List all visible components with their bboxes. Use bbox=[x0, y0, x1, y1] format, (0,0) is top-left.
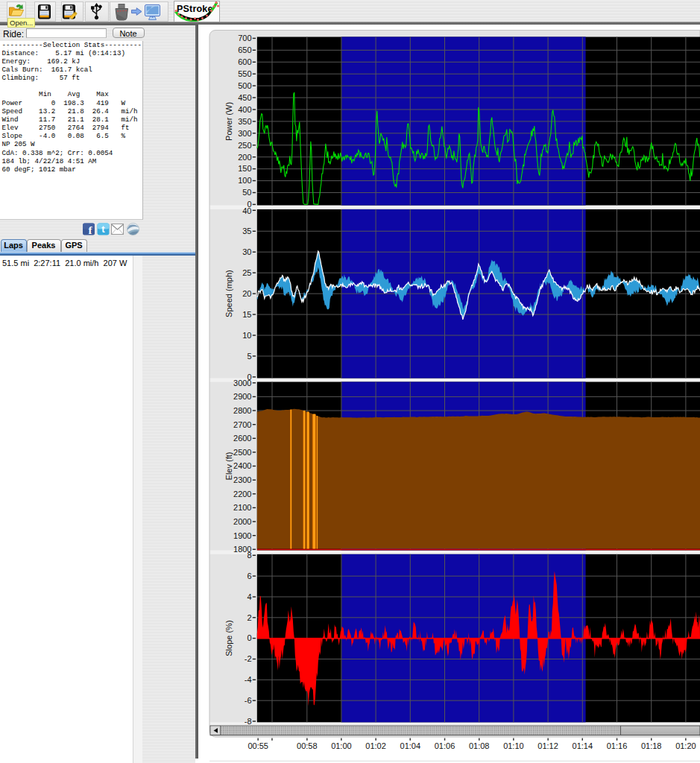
svg-text:2300: 2300 bbox=[233, 475, 251, 484]
svg-text:450: 450 bbox=[238, 93, 251, 102]
svg-text:15: 15 bbox=[242, 310, 251, 319]
svg-text:01:00: 01:00 bbox=[331, 741, 352, 750]
svg-text:2: 2 bbox=[247, 613, 251, 622]
svg-text:-6: -6 bbox=[245, 696, 252, 705]
svg-text:2800: 2800 bbox=[233, 406, 251, 415]
svg-text:-2: -2 bbox=[245, 654, 252, 663]
svg-text:Speed (mph): Speed (mph) bbox=[224, 270, 233, 317]
svg-text:350: 350 bbox=[238, 117, 251, 126]
svg-text:00:58: 00:58 bbox=[297, 741, 318, 750]
svg-text:2600: 2600 bbox=[233, 434, 251, 443]
svg-text:0: 0 bbox=[247, 633, 251, 642]
svg-text:01:06: 01:06 bbox=[435, 741, 455, 750]
svg-text:2000: 2000 bbox=[233, 517, 251, 526]
svg-text:250: 250 bbox=[238, 141, 251, 150]
svg-text:8: 8 bbox=[247, 551, 251, 560]
svg-text:35: 35 bbox=[242, 227, 251, 235]
svg-text:01:12: 01:12 bbox=[537, 741, 558, 750]
svg-text:600: 600 bbox=[238, 57, 251, 66]
svg-text:01:16: 01:16 bbox=[607, 741, 628, 750]
svg-text:400: 400 bbox=[238, 105, 251, 114]
svg-text:01:18: 01:18 bbox=[641, 741, 662, 750]
svg-text:20: 20 bbox=[242, 289, 251, 298]
svg-text:01:14: 01:14 bbox=[573, 741, 593, 750]
svg-text:t: t bbox=[101, 224, 105, 235]
svg-text:01:20: 01:20 bbox=[675, 741, 696, 750]
svg-text:-8: -8 bbox=[245, 717, 252, 726]
svg-text:Slope (%): Slope (%) bbox=[224, 620, 233, 656]
svg-text:01:04: 01:04 bbox=[400, 741, 421, 750]
svg-text:300: 300 bbox=[238, 129, 251, 138]
svg-text:200: 200 bbox=[238, 153, 251, 162]
svg-text:10: 10 bbox=[242, 331, 251, 340]
svg-text:550: 550 bbox=[238, 69, 251, 78]
svg-text:4: 4 bbox=[247, 592, 251, 601]
svg-text:2500: 2500 bbox=[233, 448, 251, 457]
svg-text:650: 650 bbox=[238, 45, 251, 54]
svg-text:100: 100 bbox=[238, 176, 251, 185]
svg-text:5: 5 bbox=[247, 352, 251, 361]
svg-text:50: 50 bbox=[242, 188, 251, 197]
svg-text:3000: 3000 bbox=[233, 379, 251, 387]
svg-text:2700: 2700 bbox=[233, 420, 251, 429]
svg-text:-4: -4 bbox=[245, 675, 252, 684]
svg-text:01:08: 01:08 bbox=[469, 741, 490, 750]
svg-text:01:02: 01:02 bbox=[365, 741, 386, 750]
svg-text:00:55: 00:55 bbox=[247, 741, 268, 750]
svg-text:Elev (ft): Elev (ft) bbox=[224, 452, 233, 481]
svg-text:500: 500 bbox=[238, 81, 251, 90]
svg-text:25: 25 bbox=[242, 268, 251, 277]
svg-text:700: 700 bbox=[238, 34, 251, 42]
svg-text:150: 150 bbox=[238, 164, 251, 173]
svg-text:2100: 2100 bbox=[233, 503, 251, 512]
svg-text:2400: 2400 bbox=[233, 461, 251, 470]
svg-text:Power (W): Power (W) bbox=[224, 102, 233, 141]
svg-text:01:10: 01:10 bbox=[503, 741, 524, 750]
svg-text:2200: 2200 bbox=[233, 490, 251, 498]
svg-text:6: 6 bbox=[247, 572, 251, 580]
svg-text:30: 30 bbox=[242, 247, 251, 256]
svg-text:2900: 2900 bbox=[233, 392, 251, 401]
svg-text:40: 40 bbox=[242, 206, 251, 215]
svg-text:1900: 1900 bbox=[233, 531, 251, 540]
